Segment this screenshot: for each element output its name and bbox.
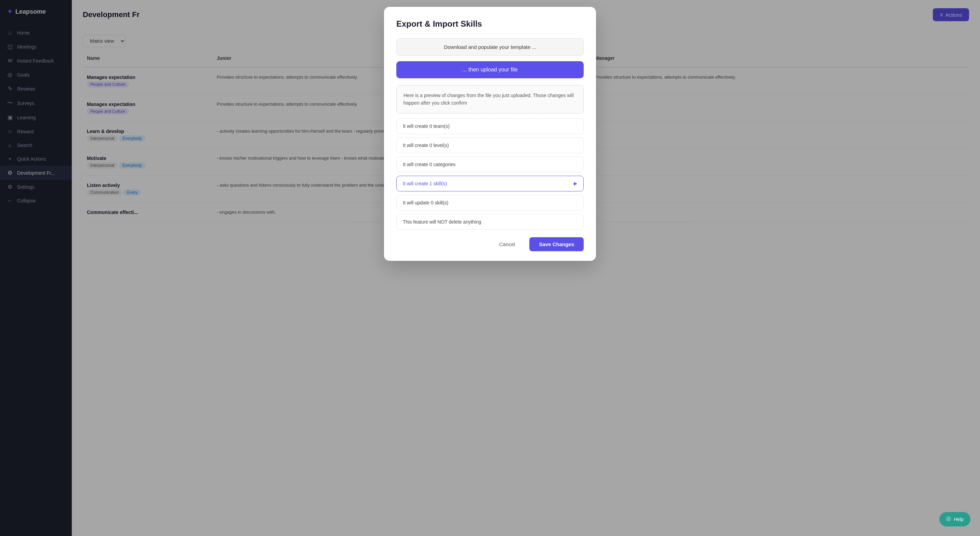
download-template-button[interactable]: Download and populate your template ...: [396, 38, 584, 56]
info-row-0: It will create 0 team(s): [396, 118, 584, 134]
info-row-text: It will create 0 team(s): [403, 123, 450, 129]
preview-text: Here is a preview of changes from the fi…: [396, 85, 584, 113]
help-label: Help: [954, 517, 964, 522]
help-button[interactable]: ⓪ Help: [939, 512, 970, 526]
info-row-text: This feature will NOT delete anything: [403, 219, 481, 224]
cancel-button[interactable]: Cancel: [490, 237, 525, 251]
info-row-4: It will update 0 skill(s): [396, 195, 584, 211]
info-row-text: It will create 0 level(s): [403, 143, 449, 148]
info-row-5: This feature will NOT delete anything: [396, 214, 584, 230]
modal-overlay: Export & Import Skills Download and popu…: [0, 0, 980, 536]
info-row-text: It will update 0 skill(s): [403, 200, 448, 205]
help-icon: ⓪: [946, 516, 951, 522]
expand-icon[interactable]: ▶: [574, 181, 577, 186]
upload-file-button[interactable]: ... then upload your file: [396, 61, 584, 78]
modal-footer: Cancel Save Changes: [396, 237, 584, 251]
save-changes-button[interactable]: Save Changes: [529, 237, 584, 251]
info-row-1: It will create 0 level(s): [396, 137, 584, 153]
export-import-modal: Export & Import Skills Download and popu…: [384, 7, 596, 261]
info-row-text: It will create 1 skill(s): [403, 181, 447, 186]
modal-title: Export & Import Skills: [396, 19, 584, 29]
info-rows: It will create 0 team(s)It will create 0…: [396, 118, 584, 230]
info-row-2: It will create 0 categories: [396, 157, 584, 172]
info-row-text: It will create 0 categories: [403, 162, 455, 167]
info-row-3[interactable]: It will create 1 skill(s)▶: [396, 176, 584, 191]
